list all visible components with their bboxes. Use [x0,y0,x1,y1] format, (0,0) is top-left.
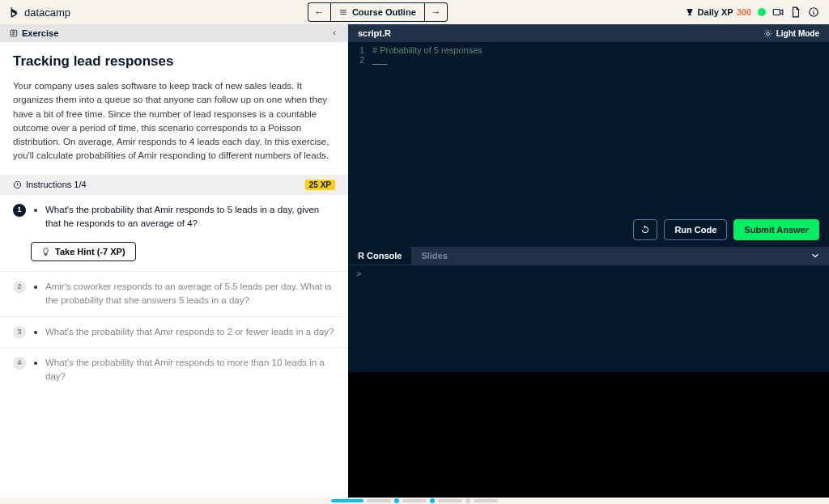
datacamp-logo[interactable]: datacamp [10,6,70,19]
progress-bar [0,498,829,504]
take-hint-button[interactable]: Take Hint (-7 XP) [31,242,136,261]
step-1-text: What's the probability that Amir respond… [45,203,335,231]
progress-segment [474,499,498,502]
instruction-step-3[interactable]: 3 What's the probability that Amir respo… [0,316,348,347]
line-number: 1 [348,45,372,55]
progress-dot [466,498,470,503]
progress-segment [367,499,391,502]
hint-label: Take Hint (-7 XP) [55,247,125,256]
exercise-body: Tracking lead responses Your company use… [0,42,348,175]
main-content: Exercise Tracking lead responses Your co… [0,24,829,498]
file-tab[interactable]: script.R [358,28,391,38]
logo-text: datacamp [24,6,70,19]
header-right: Daily XP 300 [685,6,819,18]
exercise-title: Tracking lead responses [13,53,335,70]
console-output-area [348,372,829,498]
prev-button[interactable]: ← [308,2,330,22]
console-tabs: R Console Slides [348,247,829,265]
bullet-icon [34,362,37,365]
reset-icon [640,225,650,235]
code-line-1: # Probability of 5 responses [372,45,829,55]
info-icon[interactable] [808,6,819,18]
svg-rect-0 [773,10,780,15]
editor-header: script.R Light Mode [348,24,829,42]
collapse-console-icon[interactable] [810,250,821,261]
instruction-step-1: 1 What's the probability that Amir respo… [0,195,348,239]
collapse-left-icon[interactable] [330,29,338,37]
daily-xp-value: 300 [737,7,751,17]
logo-icon [10,6,21,18]
run-code-button[interactable]: Run Code [664,219,727,240]
instruction-step-2[interactable]: 2 Amir's coworker responds to an average… [0,271,348,316]
step-number-4: 4 [13,357,26,370]
progress-segment [438,499,462,502]
status-dot [758,8,766,16]
lightbulb-icon [41,248,50,256]
bullet-icon [34,286,37,289]
instruction-step-4[interactable]: 4 What's the probability that Amir respo… [0,347,348,392]
step-2-text: Amir's coworker responds to an average o… [45,280,335,308]
header-nav: ← Course Outline → [308,2,448,22]
tab-r-console[interactable]: R Console [348,247,411,265]
video-icon[interactable] [772,6,784,18]
exercise-label: Exercise [22,28,58,38]
course-outline-label: Course Outline [352,7,416,17]
console-body[interactable]: > [348,265,829,372]
line-number: 2 [348,55,372,65]
clock-icon [13,180,22,189]
step-3-text: What's the probability that Amir respond… [45,325,334,339]
exercise-icon [10,29,18,37]
light-mode-label: Light Mode [776,29,819,38]
editor-actions: Run Code Submit Answer [348,213,829,247]
progress-dot [394,498,399,503]
progress-segment [331,499,363,502]
step-number-3: 3 [13,326,26,339]
console-area: R Console Slides > [348,247,829,498]
exercise-panel: Exercise Tracking lead responses Your co… [0,24,348,498]
svg-point-4 [766,32,769,35]
code-line-2: ___ [372,55,829,65]
step-number-2: 2 [13,281,26,294]
bullet-icon [34,331,37,334]
document-icon[interactable] [790,6,801,18]
progress-segment [402,499,427,502]
instructions-header: Instructions 1/4 25 XP [0,175,348,195]
reset-button[interactable] [633,219,657,240]
bullet-icon [34,209,37,212]
exercise-description: Your company uses sales software to keep… [13,79,335,163]
daily-xp-label: Daily XP [698,7,733,17]
console-prompt: > [356,269,361,278]
list-icon [339,8,347,16]
instructions-label: Instructions 1/4 [26,180,87,189]
code-editor[interactable]: 1 # Probability of 5 responses 2 ___ [348,42,829,213]
top-header: datacamp ← Course Outline → Daily XP 300 [0,0,829,24]
daily-xp: Daily XP 300 [685,7,751,17]
progress-dot [430,498,435,503]
light-mode-button[interactable]: Light Mode [763,29,819,38]
step-number-1: 1 [13,204,26,217]
submit-answer-button[interactable]: Submit Answer [733,219,819,240]
code-panel: script.R Light Mode 1 # Probability of 5… [348,24,829,498]
xp-badge: 25 XP [305,180,335,190]
sun-icon [763,29,772,38]
step-4-text: What's the probability that Amir respond… [45,356,335,384]
course-outline-button[interactable]: Course Outline [330,2,425,22]
tab-slides[interactable]: Slides [411,247,457,265]
next-button[interactable]: → [425,2,448,22]
trophy-icon [685,7,695,17]
exercise-header: Exercise [0,24,348,42]
